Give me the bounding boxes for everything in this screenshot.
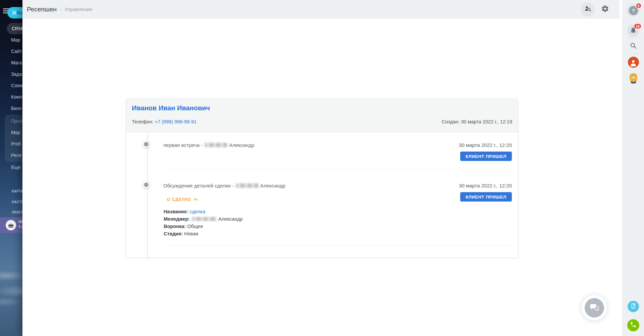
timeline-entry-date: 30 марта 2022 г., 12:20 <box>459 183 512 188</box>
deal-row-manager: Менеджер:Александр <box>164 215 243 223</box>
contact-card-header: Иванов Иван Иванович Телефон: +7 (999) 9… <box>126 99 518 132</box>
phone-handset-icon <box>630 321 637 329</box>
rail-divider <box>627 53 640 53</box>
help-button[interactable]: ? 6 <box>627 4 640 17</box>
gear-icon <box>601 5 609 14</box>
timeline-entry-title: Обсуждение деталей сделки -Александр <box>163 183 285 188</box>
settings-button[interactable] <box>598 2 612 16</box>
left-sidebar: CRM Мар Сайт Мага Зада Совм Комп Бизн Пр… <box>0 0 22 336</box>
page-title: Ресепшен <box>27 6 57 13</box>
entry-divider <box>163 170 512 170</box>
timeline-entry-title: первая встреча -Александр <box>163 142 254 148</box>
search-button[interactable] <box>629 42 637 51</box>
notifications-button[interactable]: 16 <box>627 24 640 37</box>
deal-expander[interactable]: О СДЕЛКЕ <box>167 196 198 202</box>
call-button[interactable] <box>627 319 639 331</box>
timeline-entry-date: 30 марта 2022 г., 12:20 <box>459 142 512 148</box>
censored-name <box>205 143 227 147</box>
sidebar-link-settings[interactable]: НАСТР <box>0 200 22 204</box>
sidebar-link-invite[interactable]: ПРИГЛ <box>0 211 22 214</box>
chat-fab <box>578 292 610 324</box>
chevron-up-icon <box>194 196 198 202</box>
mobile-app-button[interactable] <box>628 301 639 312</box>
person-search-button[interactable] <box>581 2 595 16</box>
search-icon <box>629 45 637 51</box>
slider-panel: Ресепшен - Управление <box>22 0 622 336</box>
sidebar-item-more[interactable]: Ещё <box>0 162 22 173</box>
trial-banner[interactable]: ОС 6 д <box>0 217 22 233</box>
trial-text: ОС 6 д <box>18 220 22 228</box>
phone-link[interactable]: +7 (999) 999-99-91 <box>155 119 197 124</box>
sidebar-item-shop[interactable]: Мага <box>0 57 22 68</box>
phone-label: Телефон: <box>132 119 153 124</box>
sidebar-item-crm[interactable]: CRM <box>7 23 22 34</box>
close-icon <box>12 10 17 15</box>
timeline-dot <box>143 141 150 148</box>
sidebar-item-marketing[interactable]: Мар <box>0 34 22 46</box>
chat-button[interactable] <box>585 298 604 318</box>
notifications-badge: 16 <box>634 23 642 29</box>
deal-link[interactable]: сделка <box>190 209 205 214</box>
censored-name <box>236 183 259 188</box>
censored-name <box>192 217 217 221</box>
title-separator: - <box>60 6 61 12</box>
sidebar-menu: CRM Мар Сайт Мага Зада Совм Комп Бизн Пр… <box>0 23 22 173</box>
page-subtitle: Управление <box>64 6 92 12</box>
sidebar-item-collab[interactable]: Совм <box>0 80 22 91</box>
sidebar-link-sitemap[interactable]: КАРТА <box>0 189 22 193</box>
panel-header: Ресепшен - Управление <box>22 0 620 18</box>
client-arrived-button[interactable]: КЛИЕНТ ПРИШЕЛ <box>460 152 512 161</box>
contact-name-link[interactable]: Иванов Иван Иванович <box>132 104 210 112</box>
timeline-dot <box>143 181 150 188</box>
person-icon <box>629 59 637 68</box>
sidebar-item-company[interactable]: Комп <box>0 91 22 103</box>
help-badge: 6 <box>636 3 642 9</box>
deal-row-funnel: Воронка: Общее <box>164 223 243 230</box>
user-avatar-photo[interactable] <box>628 72 639 83</box>
chat-bubbles-icon <box>589 302 599 314</box>
sidebar-item-profi[interactable]: Profi <box>5 138 22 150</box>
client-arrived-button[interactable]: КЛИЕНТ ПРИШЕЛ <box>460 192 512 202</box>
sidebar-apps-group: Прил Мар Profi Ресе <box>5 115 22 162</box>
sidebar-item-reception[interactable]: Ресе <box>5 150 22 161</box>
entry-divider <box>163 245 512 245</box>
sidebar-item-tasks[interactable]: Зада <box>0 68 22 80</box>
sidebar-item-apps[interactable]: Прил <box>5 115 22 127</box>
deal-row-stage: Стадия: Новая <box>164 230 243 237</box>
contact-card: Иванов Иван Иванович Телефон: +7 (999) 9… <box>126 99 518 258</box>
timeline-line <box>147 133 148 258</box>
user-avatar-silhouette[interactable] <box>628 57 639 68</box>
brand-fragment: Би <box>17 10 22 15</box>
sidebar-item-market[interactable]: Мар <box>5 127 22 138</box>
mobile-app-icon <box>630 303 636 310</box>
timeline: первая встреча -Александр 30 марта 2022 … <box>126 133 518 258</box>
sidebar-item-sites[interactable]: Сайт <box>0 46 22 57</box>
sidebar-item-business[interactable]: Бизн <box>0 103 22 114</box>
slider-close-button[interactable]: Би <box>7 7 22 18</box>
deal-row-name: Название: сделка <box>164 208 243 215</box>
rail-divider <box>627 38 640 38</box>
contact-phone-row: Телефон: +7 (999) 999-99-91 <box>132 119 197 124</box>
breadcrumb: Ресепшен - Управление <box>27 0 92 18</box>
created-timestamp: Создан: 30 марта 2022 г., 12:19 <box>442 119 512 124</box>
person-search-icon <box>584 5 592 14</box>
crown-icon <box>6 220 16 230</box>
deal-expander-label: О СДЕЛКЕ <box>167 197 191 202</box>
avatar-image <box>628 79 639 83</box>
deal-details: Название: сделка Менеджер:Александр Воро… <box>164 208 243 237</box>
right-rail: ? 6 16 <box>622 0 644 336</box>
